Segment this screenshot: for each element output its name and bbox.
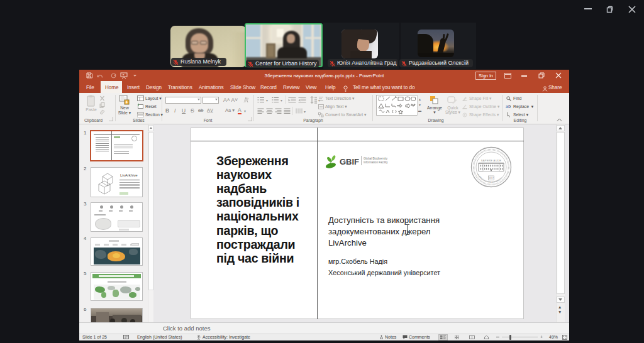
svg-text:1917: 1917 [489, 177, 494, 180]
svg-text:SAPERE AUDE: SAPERE AUDE [481, 159, 502, 162]
svg-text:ab: ab [506, 104, 511, 109]
